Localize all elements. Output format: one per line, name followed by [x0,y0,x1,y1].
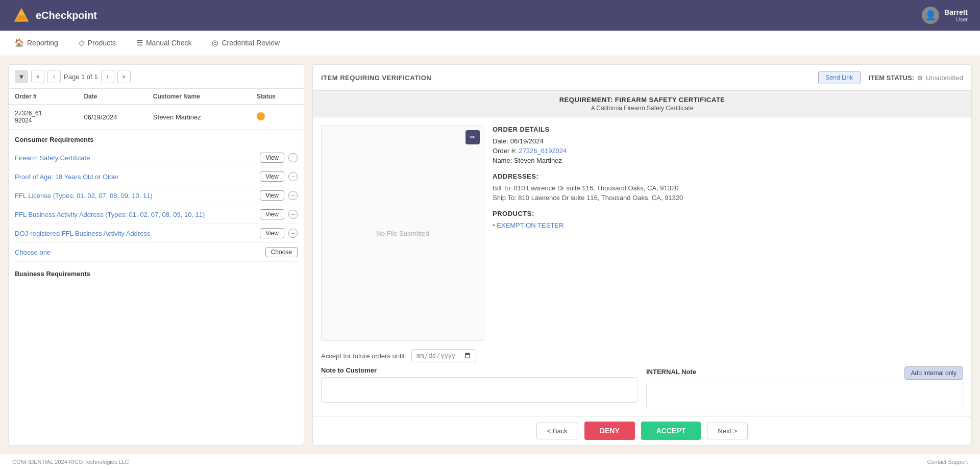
note-customer-input[interactable] [321,377,638,403]
action-bar: < Back DENY ACCEPT Next > [313,416,971,445]
note-internal-label: INTERNAL Note [646,368,696,376]
req-item-ffl-address: FFL Business Activity Address (Types: 01… [15,205,298,224]
panel-toolbar: ▼ « ‹ Page 1 of 1 › » [9,65,304,89]
nav-item-products[interactable]: ◇ Products [77,31,118,56]
left-panel: ▼ « ‹ Page 1 of 1 › » Order # Date Custo… [8,64,304,446]
name-label: Name: [493,157,512,164]
req-banner-title: REQUIREMENT: FIREARM SAFETY CERTIFICATE [321,96,963,104]
date-label: Date: [493,137,508,145]
file-upload-area[interactable]: No File Submitted ✏ [321,126,484,341]
last-page-button[interactable]: » [117,70,131,83]
order-status [257,112,298,122]
minus-icon-ffl-address[interactable]: − [288,210,298,219]
page-info: Page 1 of 1 [64,73,98,81]
view-button-fsc[interactable]: View [260,153,284,163]
add-internal-button[interactable]: Add internal only [904,366,963,380]
table-row[interactable]: 27326_6192024 06/19/2024 Steven Martinez [9,105,304,130]
nav-item-credential-review[interactable]: ◎ Credential Review [210,31,282,56]
req-actions-choose: Choose [265,247,298,257]
products-icon: ◇ [79,38,85,47]
view-button-ffl-address[interactable]: View [260,209,284,219]
order-details: ORDER DETAILS Date: 06/19/2024 Order #: … [493,126,963,341]
user-details: Barrett User [944,8,968,22]
item-status-label: ITEM STATUS: [869,74,914,82]
minus-icon-age[interactable]: − [288,172,298,181]
req-item-ffl: FFL License (Types: 01, 02, 07, 08, 09, … [15,186,298,205]
req-item-age: Proof of Age: 18 Years Old or Older View… [15,167,298,186]
name-value: Steven Martinez [514,157,562,164]
back-button[interactable]: < Back [536,423,578,439]
minus-icon-doj[interactable]: − [288,229,298,238]
nav-bar: 🏠 Reporting ◇ Products ☰ Manual Check ◎ … [0,31,980,56]
home-icon: 🏠 [14,38,24,47]
next-page-button[interactable]: › [101,70,114,83]
nav-label-products: Products [88,39,116,47]
req-label-ffl: FFL License (Types: 01, 02, 07, 08, 09, … [15,192,260,200]
nav-label-reporting: Reporting [27,39,58,47]
view-button-doj[interactable]: View [260,228,284,238]
note-internal-input[interactable] [646,383,963,408]
requirement-banner: REQUIREMENT: FIREARM SAFETY CERTIFICATE … [313,91,971,117]
customer-name-row: Name: Steven Martinez [493,157,963,164]
col-customer: Customer Name [153,93,257,100]
order-details-title: ORDER DETAILS [493,126,963,133]
content-area: No File Submitted ✏ ORDER DETAILS Date: … [313,117,971,349]
table-header: Order # Date Customer Name Status [9,89,304,105]
business-requirements-title: Business Requirements [15,270,298,278]
status-dot [257,112,265,120]
nav-label-manual-check: Manual Check [146,39,192,47]
order-num-label: Order #: [493,147,517,155]
no-file-text: No File Submitted [376,230,429,237]
user-role: User [944,16,968,22]
view-button-ffl[interactable]: View [260,190,284,201]
nav-item-manual-check[interactable]: ☰ Manual Check [134,31,194,56]
order-number-row: Order #: 27326_6192024 [493,147,963,155]
right-panel: ITEM REQUIRING VERIFICATION Send Link IT… [312,64,972,446]
logo: eCheckpoint [12,6,97,24]
deny-button[interactable]: DENY [584,422,635,440]
manual-check-icon: ☰ [136,38,143,47]
logo-icon [12,6,31,24]
minus-icon-ffl[interactable]: − [288,191,298,200]
order-number: 27326_6192024 [15,110,84,124]
note-customer-block: Note to Customer [321,366,638,410]
verification-title: ITEM REQUIRING VERIFICATION [321,74,431,82]
credential-icon: ◎ [212,38,218,47]
nav-item-reporting[interactable]: 🏠 Reporting [12,31,60,56]
prev-page-button[interactable]: ‹ [47,70,61,83]
view-button-age[interactable]: View [260,171,284,182]
first-page-button[interactable]: « [31,70,44,83]
accept-future-date-input[interactable] [411,349,476,362]
req-label-choose: Choose one [15,249,265,256]
req-label-fsc: Firearm Safety Certificate [15,154,260,162]
req-actions-ffl: View − [260,190,298,201]
req-label-ffl-address: FFL Business Activity Address (Types: 01… [15,211,260,218]
choose-button[interactable]: Choose [265,247,298,257]
filter-button[interactable]: ▼ [15,70,28,83]
req-banner-subtitle: A California Firearm Safety Certificate [321,105,963,112]
col-date: Date [84,93,153,100]
order-num-value: 27326_6192024 [519,147,567,155]
accept-future-section: Accept for future orders until: [313,349,971,366]
col-status: Status [257,93,298,100]
footer-right: Contact Support [927,459,968,465]
minus-icon-fsc[interactable]: − [288,153,298,162]
req-actions-age: View − [260,171,298,182]
date-value: 06/19/2024 [510,137,544,145]
req-item-choose: Choose one Choose [15,243,298,262]
notes-section: Note to Customer INTERNAL Note Add inter… [313,366,971,416]
edit-file-button[interactable]: ✏ [465,130,480,144]
accept-button[interactable]: ACCEPT [641,422,701,440]
nav-label-credential-review: Credential Review [222,39,280,47]
req-item-fsc: Firearm Safety Certificate View − [15,149,298,167]
send-link-button[interactable]: Send Link [818,71,861,84]
addresses-title: ADDRESSES: [493,172,963,180]
order-date-row: Date: 06/19/2024 [493,137,963,145]
next-button[interactable]: Next > [707,423,748,439]
req-label-doj: DOJ-registered FFL Business Activity Add… [15,230,260,237]
req-actions-fsc: View − [260,153,298,163]
order-date: 06/19/2024 [84,113,153,121]
user-info-header: 👤 Barrett User [922,7,968,24]
right-panel-header: ITEM REQUIRING VERIFICATION Send Link IT… [313,65,971,91]
bill-to-row: Bill To: 810 Lawrence Dr suite 116, Thou… [493,184,963,192]
